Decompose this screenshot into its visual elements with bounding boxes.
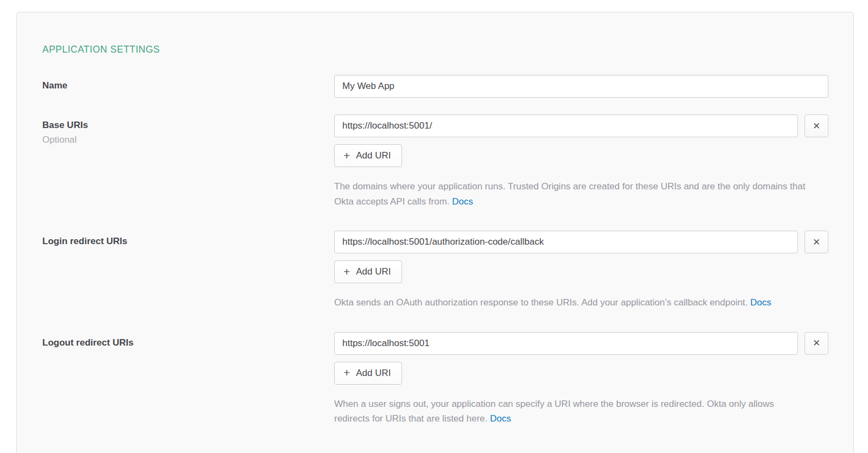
base-uri-remove-button[interactable]: ✕ [805, 114, 828, 137]
form-row-name: Name [42, 75, 827, 98]
login-redirect-label-col: Login redirect URIs [42, 231, 334, 310]
logout-redirect-uris-label: Logout redirect URIs [42, 337, 334, 348]
close-icon: ✕ [813, 238, 820, 247]
add-uri-button-label: Add URI [356, 266, 391, 277]
login-redirect-field-col: ✕ + Add URI Okta sends an OAuth authoriz… [334, 231, 828, 310]
base-uris-description: The domains where your application runs.… [334, 179, 812, 209]
name-field-col [334, 75, 828, 98]
base-uris-description-text: The domains where your application runs.… [334, 181, 805, 207]
base-uris-label: Base URIs [42, 120, 334, 131]
name-input[interactable] [334, 75, 828, 98]
base-uris-label-col: Base URIs Optional [42, 114, 334, 209]
logout-redirect-uri-remove-button[interactable]: ✕ [805, 332, 828, 355]
base-uri-add-button[interactable]: + Add URI [334, 144, 402, 167]
base-uris-field-col: ✕ + Add URI The domains where your appli… [334, 114, 828, 209]
login-redirect-uris-description: Okta sends an OAuth authorization respon… [334, 295, 812, 310]
close-icon: ✕ [813, 339, 820, 348]
form-row-login-redirect-uris: Login redirect URIs ✕ + Add URI Okta sen… [42, 231, 827, 310]
login-redirect-uri-add-button[interactable]: + Add URI [334, 260, 402, 283]
name-label-col: Name [42, 75, 334, 98]
logout-redirect-field-col: ✕ + Add URI When a user signs out, your … [334, 332, 828, 426]
logout-redirect-uris-description-text: When a user signs out, your application … [334, 399, 774, 424]
login-redirect-uris-docs-link[interactable]: Docs [750, 297, 771, 308]
login-redirect-uri-remove-button[interactable]: ✕ [805, 231, 828, 253]
base-uris-docs-link[interactable]: Docs [452, 196, 473, 207]
plus-icon: + [343, 266, 350, 277]
plus-icon: + [343, 367, 350, 378]
login-redirect-uri-line: ✕ [334, 231, 828, 253]
login-redirect-uri-input[interactable] [334, 231, 798, 253]
form-row-base-uris: Base URIs Optional ✕ + Add URI The domai… [42, 114, 827, 209]
login-redirect-uris-description-text: Okta sends an OAuth authorization respon… [334, 297, 748, 308]
logout-redirect-uris-docs-link[interactable]: Docs [490, 413, 511, 424]
logout-redirect-uri-input[interactable] [334, 332, 798, 355]
logout-redirect-uris-description: When a user signs out, your application … [334, 397, 812, 426]
logout-redirect-uri-add-button[interactable]: + Add URI [334, 362, 402, 385]
name-label: Name [42, 80, 334, 91]
logout-redirect-label-col: Logout redirect URIs [42, 332, 334, 426]
base-uris-optional-note: Optional [42, 135, 334, 145]
form-row-logout-redirect-uris: Logout redirect URIs ✕ + Add URI When a … [42, 332, 827, 426]
section-heading: APPLICATION SETTINGS [42, 44, 827, 55]
base-uri-line: ✕ [334, 114, 828, 137]
logout-redirect-uri-line: ✕ [334, 332, 828, 355]
base-uri-input[interactable] [334, 114, 798, 137]
login-redirect-uris-label: Login redirect URIs [42, 236, 334, 247]
add-uri-button-label: Add URI [356, 368, 391, 379]
plus-icon: + [343, 150, 350, 161]
add-uri-button-label: Add URI [356, 150, 391, 161]
close-icon: ✕ [813, 122, 820, 131]
application-settings-card: APPLICATION SETTINGS Name Base URIs Opti… [16, 12, 854, 453]
